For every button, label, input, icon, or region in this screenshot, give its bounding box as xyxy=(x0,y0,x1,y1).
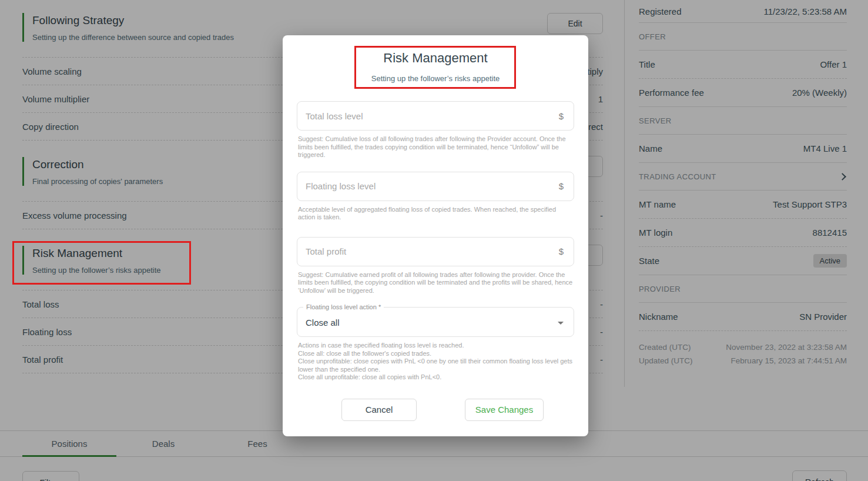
dollar-suffix: $ xyxy=(559,111,574,121)
dialog-title: Risk Management xyxy=(297,51,574,66)
total-loss-level-field: $ xyxy=(297,101,574,131)
total-profit-help: Suggest: Cumulative earned profit of all… xyxy=(298,271,573,295)
total-loss-level-input[interactable] xyxy=(297,111,559,121)
risk-management-dialog: Risk Management Setting up the follower’… xyxy=(283,35,588,436)
floating-loss-action-help: Actions in case the specified floating l… xyxy=(298,342,573,382)
cancel-button[interactable]: Cancel xyxy=(341,399,417,421)
floating-loss-level-action-select[interactable]: Floating loss level action * Close all xyxy=(297,307,574,337)
dollar-suffix: $ xyxy=(559,181,574,191)
total-profit-field: $ xyxy=(297,237,574,266)
total-profit-input[interactable] xyxy=(297,246,559,256)
save-changes-button[interactable]: Save Changes xyxy=(465,399,544,421)
dialog-subtitle: Setting up the follower’s risks appetite xyxy=(297,74,574,83)
floating-loss-level-help: Acceptable level of aggregated floating … xyxy=(298,206,573,222)
floating-loss-level-input[interactable] xyxy=(297,181,559,191)
page: Following Strategy Setting up the differ… xyxy=(0,0,868,481)
floating-loss-level-field: $ xyxy=(297,172,574,201)
dollar-suffix: $ xyxy=(559,246,574,256)
select-floating-label: Floating loss level action * xyxy=(303,303,384,310)
select-value: Close all xyxy=(297,308,574,338)
dialog-actions: Cancel Save Changes xyxy=(297,399,574,421)
total-loss-level-help: Suggest: Cumulative loss of all followin… xyxy=(298,135,573,159)
chevron-down-icon xyxy=(558,322,564,325)
